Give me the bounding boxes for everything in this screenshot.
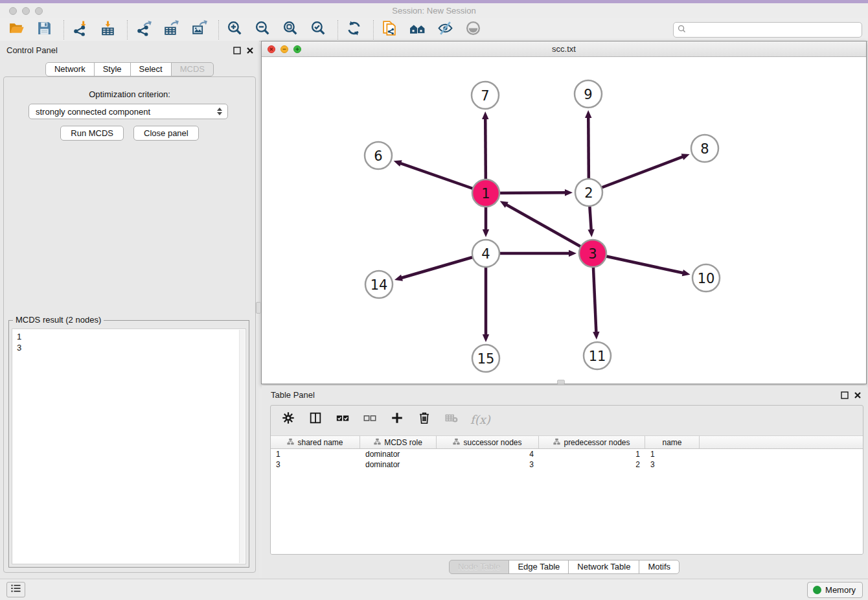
tab-edge-table[interactable]: Edge Table	[508, 560, 569, 574]
table-cell[interactable]: 3	[645, 459, 700, 470]
network-window-titlebar[interactable]: scc.txt	[262, 41, 866, 57]
tab-mcds[interactable]: MCDS	[171, 62, 214, 76]
network-canvas[interactable]: 7968124314101511	[262, 57, 866, 384]
graph-edge-arrow-2-9	[585, 110, 591, 118]
tab-select[interactable]: Select	[130, 62, 172, 76]
close-panel-button[interactable]: Close panel	[133, 126, 199, 141]
column-header-successor-nodes[interactable]: successor nodes	[437, 436, 539, 448]
delete-table-icon	[444, 411, 459, 428]
first-neighbors-button[interactable]	[407, 20, 427, 40]
table-row[interactable]: 3dominator323	[271, 459, 863, 470]
delete-table-button[interactable]	[443, 411, 460, 428]
zoom-out-button[interactable]	[253, 20, 272, 40]
tab-motifs[interactable]: Motifs	[639, 560, 680, 574]
graph-node-label-8: 8	[700, 141, 709, 157]
close-panel-icon[interactable]	[854, 390, 862, 402]
hide-selected-button[interactable]	[435, 20, 455, 40]
export-network-button[interactable]	[133, 20, 153, 40]
column-header-predecessor-nodes[interactable]: predecessor nodes	[539, 436, 645, 448]
graph-node-label-10: 10	[698, 271, 715, 286]
zoom-fit-button[interactable]	[280, 20, 300, 40]
column-header-shared-name[interactable]: shared name	[271, 436, 360, 448]
toolbar-separator	[373, 20, 374, 40]
graph-edge-arrow-1-7	[482, 111, 488, 119]
attribute-tree-icon	[453, 438, 460, 447]
network-graph[interactable]: 7968124314101511	[262, 57, 866, 384]
graph-edge-3-1[interactable]	[505, 204, 593, 253]
float-panel-icon[interactable]	[841, 390, 849, 402]
graphics-details-button[interactable]	[463, 20, 483, 40]
table-cell[interactable]: dominator	[360, 459, 437, 470]
gear-icon	[281, 411, 295, 428]
zoom-in-button[interactable]	[225, 20, 244, 40]
tab-node-table[interactable]: Node Table	[449, 560, 510, 574]
tab-style[interactable]: Style	[94, 62, 131, 76]
zoom-selected-button[interactable]	[308, 20, 328, 40]
search-input[interactable]	[689, 25, 858, 35]
memory-status-dot	[813, 586, 821, 594]
table-cell[interactable]: 3	[437, 459, 539, 470]
column-header-MCDS-role[interactable]: MCDS role	[360, 436, 437, 448]
export-table-icon	[163, 20, 179, 39]
mcds-result-line: 1	[17, 331, 241, 342]
graph-node-label-15: 15	[477, 351, 495, 367]
fx-icon: f(x)	[470, 413, 490, 426]
toolbar-separator	[127, 20, 128, 40]
search-field[interactable]	[673, 22, 862, 38]
window-title: Session: New Session	[0, 6, 868, 16]
graph-edge-arrow-3-10	[682, 270, 691, 276]
table-cell[interactable]: dominator	[360, 449, 437, 459]
close-panel-icon[interactable]	[246, 45, 254, 57]
toolbar-separator	[337, 20, 338, 40]
window-titlebar[interactable]: Session: New Session	[0, 3, 868, 18]
column-settings-button[interactable]	[280, 411, 297, 428]
import-table-icon	[100, 20, 116, 39]
function-builder-button[interactable]: f(x)	[470, 411, 490, 428]
graph-node-label-4: 4	[481, 246, 490, 262]
save-session-button[interactable]	[34, 20, 54, 40]
attribute-tree-icon	[287, 438, 294, 447]
mcds-result-textarea[interactable]: 13	[12, 329, 246, 564]
zoom-out-icon	[255, 20, 271, 39]
import-network-icon	[72, 20, 88, 39]
table-cell[interactable]: 1	[271, 449, 360, 459]
apply-layout-button[interactable]	[344, 20, 363, 40]
network-from-selection-button[interactable]	[380, 20, 399, 40]
run-mcds-button[interactable]: Run MCDS	[60, 126, 124, 141]
table-cell[interactable]: 3	[271, 459, 360, 470]
vertical-splitter-grip[interactable]	[256, 302, 261, 314]
open-file-button[interactable]	[6, 20, 26, 40]
eye-slash-icon	[437, 20, 453, 39]
show-all-columns-button[interactable]	[334, 411, 351, 428]
memory-button[interactable]: Memory	[807, 582, 863, 598]
split-panel-button[interactable]	[307, 411, 324, 428]
export-table-button[interactable]	[161, 20, 181, 40]
hide-all-columns-button[interactable]	[361, 411, 378, 428]
import-table-button[interactable]	[98, 20, 117, 40]
tab-network-table[interactable]: Network Table	[568, 560, 639, 574]
control-panel-tabs: NetworkStyleSelectMCDS	[0, 62, 259, 76]
horizontal-splitter-grip[interactable]	[557, 380, 565, 384]
graph-edge-arrow-1-6	[394, 160, 402, 167]
create-column-button[interactable]	[389, 411, 405, 428]
column-header-label: MCDS role	[384, 438, 422, 447]
table-cell[interactable]: 1	[645, 449, 700, 459]
table-row[interactable]: 1dominator411	[271, 449, 863, 459]
delete-column-button[interactable]	[416, 411, 433, 428]
plus-icon	[390, 411, 404, 428]
column-header-name[interactable]: name	[645, 436, 700, 448]
result-scrollbar[interactable]	[239, 330, 245, 563]
tab-network[interactable]: Network	[45, 62, 95, 76]
table-panel-tabs: Node TableEdge TableNetwork TableMotifs	[262, 560, 867, 574]
graph-edge-2-8[interactable]	[589, 156, 683, 192]
float-panel-icon[interactable]	[233, 45, 241, 57]
graph-edge-arrow-4-3	[569, 250, 577, 257]
table-cell[interactable]: 2	[539, 459, 645, 470]
table-cell[interactable]: 4	[437, 449, 539, 459]
task-history-button[interactable]	[6, 582, 25, 597]
import-network-button[interactable]	[70, 20, 89, 40]
export-image-button[interactable]	[189, 20, 209, 40]
refresh-icon	[346, 20, 362, 39]
criterion-dropdown[interactable]: strongly connected component	[29, 104, 228, 119]
table-cell[interactable]: 1	[539, 449, 645, 459]
